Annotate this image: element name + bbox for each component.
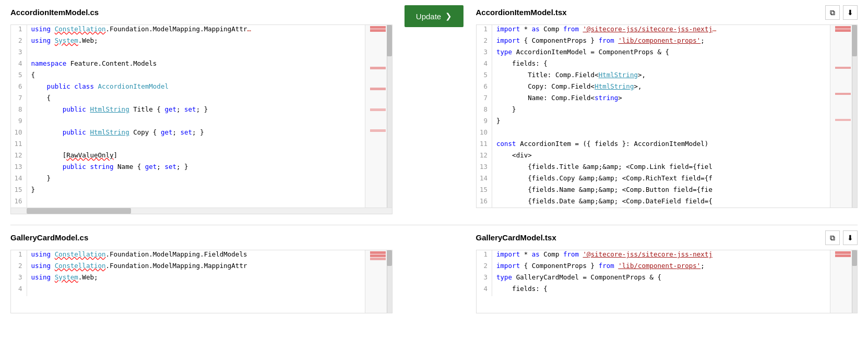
gc-minimap-diff-2 [370,254,386,257]
table-row: 7 Name: Comp.Field<string> [477,94,858,105]
gallerycard-tsx-code-container[interactable]: 1import * as Comp from '@sitecore-jss/si… [477,250,858,313]
accordion-cs-code: 1using Constellation.Foundation.ModelMap… [10,25,393,214]
accordion-tsx-panel: AccordionItemModel.tsx ⧉ ⬇ 1import * as … [476,5,858,208]
table-row: 8 } [477,105,858,117]
tsx-minimap-diff-3 [835,67,851,69]
cs-scrollbar-thumb[interactable] [387,25,392,56]
table-row: 9 [11,117,392,128]
table-row: 3type GalleryCardModel = ComponentProps … [477,273,858,285]
table-row: 10 public HtmlString Copy { get; set; } [11,128,392,140]
gallerycard-cs-code: 1using Constellation.Foundation.ModelMap… [10,250,393,313]
accordion-tsx-title: AccordionItemModel.tsx [476,5,858,19]
table-row: 11const AccordionItem = ({ fields }: Acc… [477,140,858,151]
gallerycard-cs-code-container[interactable]: 1using Constellation.Foundation.ModelMap… [11,250,392,313]
table-row: 2using System.Web; [11,36,392,48]
minimap-diff-5 [370,108,386,111]
page-container: AccordionItemModel.cs 1using Constellati… [0,0,868,353]
table-row: 11 [11,140,392,151]
gallerycard-cs-scrollbar-track[interactable] [387,250,392,313]
table-row: 14 } [11,174,392,186]
table-row: 6 public class AccordionItemModel [11,82,392,94]
accordion-cs-hscroll[interactable] [11,208,392,214]
gallerycard-download-icon-button[interactable]: ⬇ [843,230,858,245]
tsx-minimap [830,25,857,208]
table-row: 2import { ComponentProps } from 'lib/com… [477,36,858,48]
accordion-cs-hscroll-thumb[interactable] [27,208,131,214]
table-row: 3 [11,48,392,59]
table-row: 1import * as Comp from '@sitecore-jss/si… [477,250,858,262]
tsx-minimap-diff-1 [835,26,851,29]
table-row: 15} [11,186,392,197]
table-row: 16 {fields.Date &amp;&amp; <Comp.DateFie… [477,197,858,208]
gallerycard-cs-minimap [365,250,392,313]
gallerycard-cs-table: 1using Constellation.Foundation.ModelMap… [11,250,392,296]
gc-tsx-minimap-diff-1 [835,251,851,254]
accordion-cs-table: 1using Constellation.Foundation.ModelMap… [11,25,392,208]
minimap-diff-2 [370,29,386,32]
table-row: 1using Constellation.Foundation.ModelMap… [11,25,392,36]
minimap-diff-3 [370,67,386,69]
accordion-cs-title: AccordionItemModel.cs [10,5,393,19]
accordion-cs-panel: AccordionItemModel.cs 1using Constellati… [10,5,393,214]
accordion-cs-code-container[interactable]: 1using Constellation.Foundation.ModelMap… [11,25,392,208]
tsx-scrollbar-thumb[interactable] [852,25,857,56]
table-row: 7 { [11,94,392,105]
table-row: 2using Constellation.Foundation.ModelMap… [11,262,392,273]
minimap-diff-6 [370,129,386,132]
accordion-tsx-code-container[interactable]: 1import * as Comp from '@sitecore-jss/si… [477,25,858,208]
minimap-diff-4 [370,88,386,90]
accordion-tsx-icons: ⧉ ⬇ [825,5,858,20]
gallerycard-cs-header: GalleryCardModel.cs [10,230,393,250]
accordion-section: AccordionItemModel.cs 1using Constellati… [10,5,858,214]
gallerycard-tsx-code: 1import * as Comp from '@sitecore-jss/si… [476,250,858,313]
gallerycard-tsx-table: 1import * as Comp from '@sitecore-jss/si… [477,250,858,296]
table-row: 5{ [11,71,392,82]
table-row: 10 [477,128,858,140]
gc-minimap-diff-3 [370,258,386,260]
gallerycard-section: GalleryCardModel.cs 1using Constellation… [10,230,858,313]
gc-minimap-diff-1 [370,251,386,254]
table-row: 4 [11,285,392,296]
table-row: 15 {fields.Name &amp;&amp; <Comp.Button … [477,186,858,197]
table-row: 3type AccordionItemModel = ComponentProp… [477,48,858,59]
table-row: 13 {fields.Title &amp;&amp; <Comp.Link f… [477,163,858,174]
tsx-minimap-diff-4 [835,93,851,95]
cs-scrollbar-track[interactable] [387,25,392,208]
table-row: 1import * as Comp from '@sitecore-jss/si… [477,25,858,36]
table-row: 6 Copy: Comp.Field<HtmlString>, [477,82,858,94]
section-divider [10,225,858,225]
accordion-tsx-code: 1import * as Comp from '@sitecore-jss/si… [476,25,858,208]
table-row: 13 public string Name { get; set; } [11,163,392,174]
tsx-scrollbar-track[interactable] [852,25,857,208]
table-row: 2import { ComponentProps } from 'lib/com… [477,262,858,273]
minimap-diff-1 [370,26,386,29]
gallerycard-copy-icon-button[interactable]: ⧉ [825,230,840,245]
gallerycard-tsx-scrollbar-track[interactable] [852,250,857,313]
table-row: 12 <div> [477,151,858,163]
update-button-arrow: ❯ [445,11,452,21]
gallerycard-tsx-minimap [830,250,857,313]
table-row: 1using Constellation.Foundation.ModelMap… [11,250,392,262]
accordion-tsx-header: AccordionItemModel.tsx ⧉ ⬇ [476,5,858,25]
cs-minimap [365,25,392,208]
download-icon-button[interactable]: ⬇ [843,5,858,20]
table-row: 9} [477,117,858,128]
table-row: 14 {fields.Copy &amp;&amp; <Comp.RichTex… [477,174,858,186]
gallerycard-cs-panel: GalleryCardModel.cs 1using Constellation… [10,230,393,313]
table-row: 16 [11,197,392,208]
accordion-cs-header: AccordionItemModel.cs [10,5,393,25]
update-button-label: Update [416,12,441,21]
copy-icon-button[interactable]: ⧉ [825,5,840,20]
gallerycard-tsx-header: GalleryCardModel.tsx ⧉ ⬇ [476,230,858,250]
table-row: 5 Title: Comp.Field<HtmlString>, [477,71,858,82]
table-row: 4 fields: { [477,59,858,71]
table-row: 4namespace Feature.Content.Models [11,59,392,71]
gallerycard-tsx-scrollbar-thumb[interactable] [852,250,857,266]
update-button[interactable]: Update ❯ [405,5,463,27]
gc-tsx-minimap-diff-2 [835,254,851,257]
table-row: 3using System.Web; [11,273,392,285]
tsx-minimap-diff-5 [835,119,851,121]
gallerycard-tsx-panel: GalleryCardModel.tsx ⧉ ⬇ 1import * as Co… [476,230,858,313]
table-row: 12 [RawValueOnly] [11,151,392,163]
gallerycard-cs-scrollbar-thumb[interactable] [387,250,392,266]
